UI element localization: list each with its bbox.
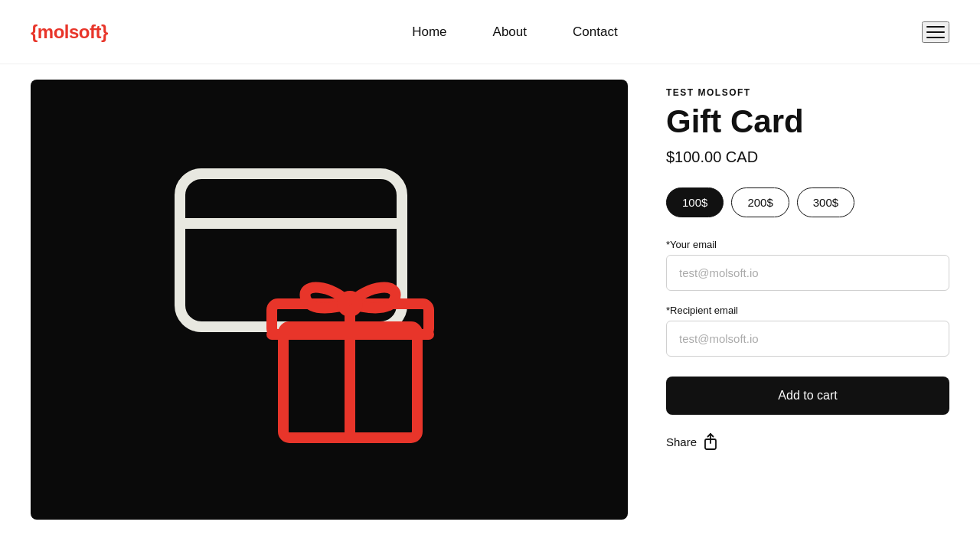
share-icon [703,433,718,450]
hamburger-line-2 [926,31,945,33]
nav-about[interactable]: About [493,24,527,40]
logo[interactable]: {molsoft} [31,21,108,43]
product-price: $100.00 CAD [666,148,949,166]
main-content: TEST MOLSOFT Gift Card $100.00 CAD 100$ … [0,64,980,550]
brand-label: TEST MOLSOFT [666,87,949,98]
recipient-email-group: *Recipient email [666,305,949,357]
your-email-group: *Your email [666,239,949,291]
hamburger-menu-button[interactable] [922,21,949,43]
share-button[interactable] [703,433,718,450]
site-header: {molsoft} Home About Contact [0,0,980,64]
your-email-input[interactable] [666,255,949,291]
your-email-label: *Your email [666,239,949,250]
main-nav: Home About Contact [412,24,617,40]
product-details: TEST MOLSOFT Gift Card $100.00 CAD 100$ … [666,80,949,520]
product-image [31,80,628,520]
hamburger-line-3 [926,37,945,38]
amount-100[interactable]: 100$ [666,187,724,217]
add-to-cart-button[interactable]: Add to cart [666,377,949,415]
gift-card-svg [165,151,494,449]
recipient-email-input[interactable] [666,321,949,357]
recipient-email-label: *Recipient email [666,305,949,316]
hamburger-line-1 [926,26,945,28]
nav-contact[interactable]: Contact [573,24,618,40]
share-label: Share [666,435,697,448]
amount-200[interactable]: 200$ [731,187,789,217]
product-title: Gift Card [666,104,949,139]
share-row: Share [666,433,949,450]
amount-300[interactable]: 300$ [797,187,854,217]
amount-options: 100$ 200$ 300$ [666,187,949,217]
nav-home[interactable]: Home [412,24,446,40]
